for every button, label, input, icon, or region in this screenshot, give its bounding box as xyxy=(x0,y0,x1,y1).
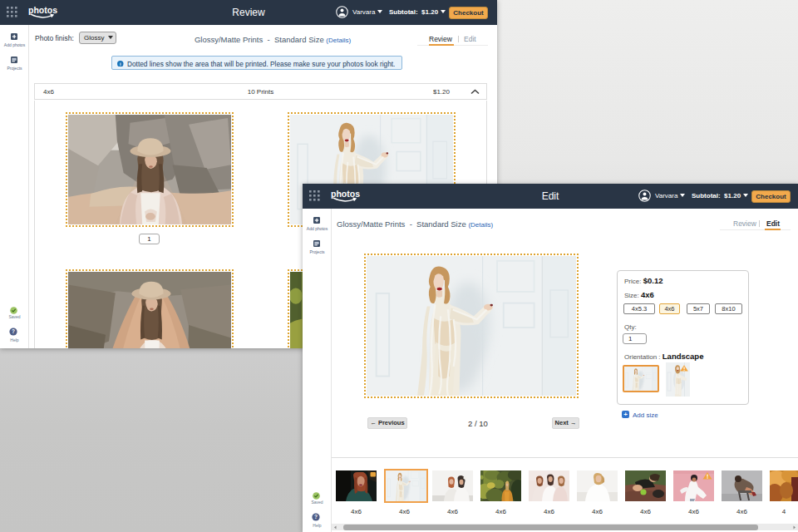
svg-text:?: ? xyxy=(12,328,15,334)
svg-text:?: ? xyxy=(314,514,318,520)
